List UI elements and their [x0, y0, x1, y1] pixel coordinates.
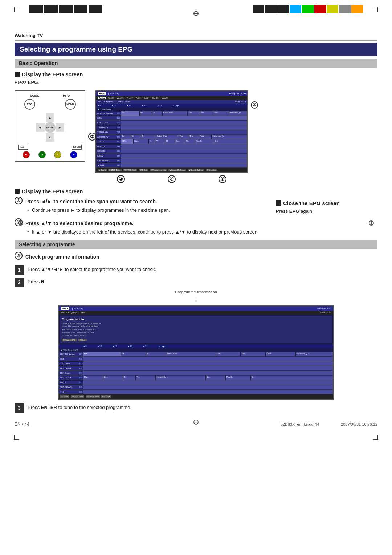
menu-btn[interactable]: MENU — [65, 99, 76, 110]
e2p-h3[interactable]: T... — [123, 376, 136, 380]
epg-programs-hdtv: Pla... Ba... Ar... Naked Scien... The...… — [121, 135, 247, 139]
e2p-abc2[interactable] — [83, 380, 333, 385]
prog-h4[interactable]: Naked Scien... — [156, 135, 179, 139]
e2p-parl[interactable]: Parliament Qu... — [296, 352, 333, 356]
date-wed[interactable]: Wed21 — [116, 97, 125, 99]
footer-date[interactable]: ■ Search By Date — [188, 169, 204, 171]
e2p-pla[interactable]: Pla... — [83, 352, 121, 356]
y-btn[interactable]: Y — [54, 151, 61, 158]
prog-h7[interactable]: Catal... — [199, 135, 212, 139]
r-btn[interactable]: R — [23, 151, 30, 158]
e2p-h8[interactable]: G... — [251, 376, 333, 380]
e2p-ten[interactable] — [83, 366, 333, 370]
epg-btn[interactable]: EPG — [24, 99, 35, 110]
prog-abctv[interactable] — [121, 144, 247, 149]
epg-ch-abc: ABC TV Sydney 002 — [96, 112, 121, 115]
prog-h6[interactable]: The... — [189, 135, 199, 139]
epg2-prog-tenguide — [83, 371, 333, 375]
footer-proginfo[interactable]: R Programme Info. — [150, 169, 167, 171]
e2p-the[interactable]: The... — [216, 352, 241, 356]
prog-be[interactable]: Be... — [175, 139, 185, 144]
prog-g[interactable]: G... — [214, 139, 247, 144]
prog-sbsnews[interactable] — [121, 158, 247, 163]
e2p-the2[interactable]: The... — [241, 352, 266, 356]
prog-sbs2[interactable] — [121, 154, 247, 158]
footer-back[interactable]: RETURN Back — [123, 169, 137, 171]
epg2-row-abc2: ABC 2 201 — [59, 380, 333, 385]
prog-ba[interactable]: Ba... — [140, 111, 152, 116]
remote-dpad-area: ▲ ▼ ◄ ► ENTER — [18, 112, 82, 143]
today-tab[interactable]: Today — [98, 97, 106, 99]
e2p-naked[interactable]: Naked Scien... — [166, 352, 216, 356]
btn-next[interactable]: B Next — [78, 339, 87, 341]
e2p-h7[interactable]: Play S... — [226, 376, 251, 380]
prog-sbs[interactable] — [121, 116, 247, 120]
ch-num-arg2: 201 — [117, 141, 120, 143]
date-sun[interactable]: Sun25 — [151, 97, 159, 99]
e2p-ar[interactable]: Ar... — [146, 352, 166, 356]
date-thu[interactable]: Thu22 — [126, 97, 134, 99]
prog-cat[interactable]: Catal... — [213, 111, 228, 116]
footer-timer[interactable]: B Timer List — [206, 169, 217, 171]
prog-ar[interactable]: Ar... — [152, 111, 163, 116]
prog-t[interactable]: T... — [149, 139, 155, 144]
e2p-h2[interactable]: Ba... — [103, 376, 123, 380]
prog-w[interactable]: W... — [155, 139, 165, 144]
footer-genre[interactable]: ■ Search By Genre — [168, 169, 186, 171]
epg2-footer-back[interactable]: RETURN Back — [86, 395, 100, 398]
prog-ftv[interactable] — [121, 121, 247, 125]
b-btn[interactable]: B — [70, 151, 77, 158]
e2p-ftv[interactable] — [83, 361, 333, 366]
e2p-sbs[interactable] — [83, 357, 333, 361]
prog-44[interactable]: 44 — [165, 139, 175, 144]
dpad-down[interactable]: ▼ — [46, 133, 54, 142]
date-mon[interactable]: Mon26 — [160, 97, 169, 99]
prog-ten[interactable] — [121, 125, 247, 130]
footer-exit[interactable]: EPG Exit — [139, 169, 148, 171]
footer-select[interactable]: ◈ Select — [98, 169, 107, 171]
e2p-tenguide[interactable] — [83, 371, 333, 375]
epg2-footer-enter[interactable]: ENTER Enter — [71, 395, 84, 398]
dpad-up[interactable]: ▲ — [46, 113, 54, 122]
prog-h1[interactable]: Pla... — [121, 135, 131, 139]
prog-tenguide[interactable] — [121, 130, 247, 134]
enter-btn[interactable]: ENTER — [45, 122, 56, 133]
e2p-sbsnews[interactable] — [83, 385, 333, 389]
prog-pla[interactable]: Pla... — [121, 111, 140, 116]
dpad-right[interactable]: ► — [56, 123, 64, 132]
date-sat[interactable]: Sat24 — [143, 97, 151, 99]
prog-naked[interactable]: Naked Scien... — [163, 111, 188, 116]
prog-plays[interactable]: Play S... — [195, 139, 214, 144]
prog-pl[interactable]: Pl... — [185, 139, 195, 144]
ch-name: ABC TV Sydney — [97, 112, 113, 114]
prog-abc-a[interactable]: ABC... — [121, 139, 134, 144]
e2p-h4[interactable]: W... — [136, 376, 156, 380]
epg2-footer-select[interactable]: ◈ Select — [60, 395, 69, 398]
prog-parl[interactable]: Parliament Qu... — [228, 111, 247, 116]
e2p-h5[interactable]: Naked Scien... — [156, 376, 206, 380]
date-tue[interactable]: Tue20 — [107, 97, 115, 99]
exit-btn[interactable]: EXIT — [18, 145, 28, 150]
e2p-h1[interactable]: Pla... — [83, 376, 103, 380]
prog-d44[interactable] — [121, 163, 247, 167]
prog-the[interactable]: The... — [188, 111, 200, 116]
e2p-h6[interactable]: Be... — [206, 376, 226, 380]
return-btn[interactable]: RETURN — [72, 145, 82, 150]
prog-the2[interactable]: The... — [200, 111, 213, 116]
prog-stat[interactable]: Stat... — [134, 139, 149, 144]
g-btn[interactable]: G — [38, 151, 46, 158]
prog-h2[interactable]: Ba... — [131, 135, 141, 139]
e2p-d44[interactable] — [83, 390, 333, 394]
dpad-left[interactable]: ◄ — [36, 123, 45, 132]
epg2-footer-exit[interactable]: EPG Exit — [101, 395, 111, 398]
prog-h8[interactable]: Parliament Qu... — [212, 135, 247, 139]
prog-h3[interactable]: Ar... — [141, 135, 156, 139]
btn-back-to-epg[interactable]: R Back to EPG — [62, 339, 77, 341]
footer-enter[interactable]: ENTER Enter — [108, 169, 121, 171]
prog-sbshd[interactable] — [121, 149, 247, 153]
prog-h5[interactable]: The... — [179, 135, 189, 139]
e2p-ba[interactable]: Ba... — [121, 352, 146, 356]
press-epg-instruction: Press EPG. — [15, 79, 377, 86]
date-fri[interactable]: Fri23 — [135, 97, 142, 99]
e2p-cat[interactable]: Catal... — [266, 352, 296, 356]
